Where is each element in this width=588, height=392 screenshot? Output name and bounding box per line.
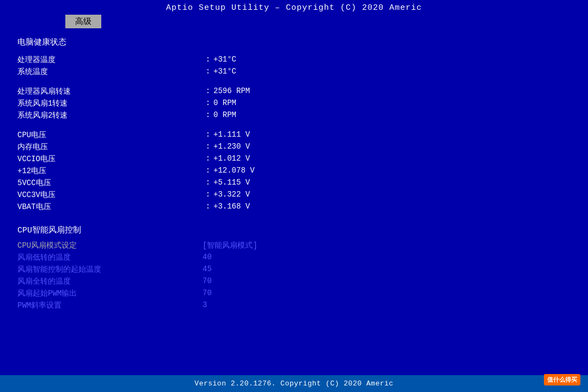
value-cpu-fan: 2596 RPM <box>213 87 290 96</box>
label-vbat-voltage: VBAT电压 <box>17 202 203 212</box>
value-vbat-voltage: +3.168 V <box>213 202 290 212</box>
fan-row-smart-temp[interactable]: 风扇智能控制的起始温度 45 <box>17 265 571 274</box>
colon-vbat-voltage: : <box>203 202 213 212</box>
fan-label-low-temp: 风扇低转的温度 <box>17 253 203 262</box>
fan-value-mode: [智能风扇模式] <box>203 241 258 250</box>
title-text: Aptio Setup Utility – Copyright (C) 2020… <box>166 3 422 13</box>
row-cpu-voltage: CPU电压 : +1.111 V <box>17 130 571 140</box>
label-mem-voltage: 内存电压 <box>17 142 203 152</box>
label-vccio-voltage: VCCIO电压 <box>17 154 203 164</box>
fan-row-full-temp[interactable]: 风扇全转的温度 70 <box>17 277 571 286</box>
fan-value-low-temp: 40 <box>203 253 212 262</box>
watermark: 值什么得买 <box>544 374 580 385</box>
colon-vccio-voltage: : <box>203 154 213 164</box>
colon-12v-voltage: : <box>203 166 213 176</box>
value-cpu-temp: +31°C <box>213 55 290 65</box>
fan-row-mode[interactable]: CPU风扇模式设定 [智能风扇模式] <box>17 241 571 250</box>
section-title-health: 电脑健康状态 <box>17 37 571 47</box>
colon-mem-voltage: : <box>203 142 213 152</box>
colon-5vcc-voltage: : <box>203 178 213 188</box>
value-vccio-voltage: +1.012 V <box>213 154 290 164</box>
row-cpu-fan: 处理器风扇转速 : 2596 RPM <box>17 87 571 96</box>
colon-sys-fan2: : <box>203 111 213 120</box>
label-vcc3v-voltage: VCC3V电压 <box>17 190 203 200</box>
row-sys-temp: 系统温度 : +31°C <box>17 67 571 77</box>
fan-value-smart-temp: 45 <box>203 265 212 274</box>
label-cpu-voltage: CPU电压 <box>17 130 203 140</box>
row-sys-fan1: 系统风扇1转速 : 0 RPM <box>17 99 571 108</box>
row-mem-voltage: 内存电压 : +1.230 V <box>17 142 571 152</box>
bottom-bar-text: Version 2.20.1276. Copyright (C) 2020 Am… <box>194 379 393 388</box>
row-sys-fan2: 系统风扇2转速 : 0 RPM <box>17 111 571 120</box>
bios-screen: Aptio Setup Utility – Copyright (C) 2020… <box>0 0 588 392</box>
fan-row-pwm-start[interactable]: 风扇起始PWM输出 70 <box>17 289 571 298</box>
colon-vcc3v-voltage: : <box>203 190 213 200</box>
tab-advanced[interactable]: 高级 <box>65 15 101 28</box>
label-sys-fan2: 系统风扇2转速 <box>17 111 203 120</box>
row-12v-voltage: +12电压 : +12.078 V <box>17 166 571 176</box>
fan-label-smart-temp: 风扇智能控制的起始温度 <box>17 265 203 274</box>
row-5vcc-voltage: 5VCC电压 : +5.115 V <box>17 178 571 188</box>
row-vcc3v-voltage: VCC3V电压 : +3.322 V <box>17 190 571 200</box>
row-vbat-voltage: VBAT电压 : +3.168 V <box>17 202 571 212</box>
value-sys-temp: +31°C <box>213 67 290 77</box>
fan-label-full-temp: 风扇全转的温度 <box>17 277 203 286</box>
main-content: 电脑健康状态 处理器温度 : +31°C 系统温度 : +31°C 处理器风扇转… <box>0 28 588 375</box>
value-sys-fan1: 0 RPM <box>213 99 290 108</box>
value-mem-voltage: +1.230 V <box>213 142 290 152</box>
tab-row: 高级 <box>0 15 588 28</box>
colon-sys-temp: : <box>203 67 213 77</box>
title-bar: Aptio Setup Utility – Copyright (C) 2020… <box>0 0 588 14</box>
fan-label-pwm-slope: PWM斜率设置 <box>17 301 203 310</box>
label-sys-temp: 系统温度 <box>17 67 203 77</box>
colon-sys-fan1: : <box>203 99 213 108</box>
fan-value-full-temp: 70 <box>203 277 212 286</box>
fan-row-low-temp[interactable]: 风扇低转的温度 40 <box>17 253 571 262</box>
row-cpu-temp: 处理器温度 : +31°C <box>17 55 571 65</box>
fan-row-pwm-slope[interactable]: PWM斜率设置 3 <box>17 301 571 310</box>
fan-value-pwm-start: 70 <box>203 289 212 298</box>
row-vccio-voltage: VCCIO电压 : +1.012 V <box>17 154 571 164</box>
value-vcc3v-voltage: +3.322 V <box>213 190 290 200</box>
fan-label-mode: CPU风扇模式设定 <box>17 241 203 250</box>
label-5vcc-voltage: 5VCC电压 <box>17 178 203 188</box>
colon-cpu-voltage: : <box>203 130 213 140</box>
label-cpu-fan: 处理器风扇转速 <box>17 87 203 96</box>
fan-label-pwm-start: 风扇起始PWM输出 <box>17 289 203 298</box>
value-cpu-voltage: +1.111 V <box>213 130 290 140</box>
fan-value-pwm-slope: 3 <box>203 301 207 310</box>
bottom-bar: Version 2.20.1276. Copyright (C) 2020 Am… <box>0 375 588 392</box>
value-5vcc-voltage: +5.115 V <box>213 178 290 188</box>
value-12v-voltage: +12.078 V <box>213 166 290 176</box>
label-sys-fan1: 系统风扇1转速 <box>17 99 203 108</box>
value-sys-fan2: 0 RPM <box>213 111 290 120</box>
fan-control-title: CPU智能风扇控制 <box>17 225 571 235</box>
label-12v-voltage: +12电压 <box>17 166 203 176</box>
label-cpu-temp: 处理器温度 <box>17 55 203 65</box>
colon-cpu-temp: : <box>203 55 213 65</box>
colon-cpu-fan: : <box>203 87 213 96</box>
